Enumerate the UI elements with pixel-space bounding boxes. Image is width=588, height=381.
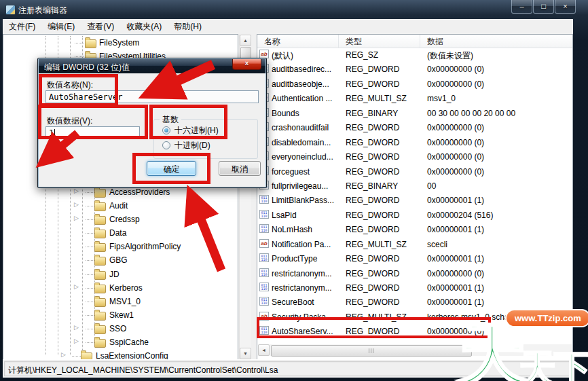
value-name: auditbasedirec...	[272, 65, 339, 74]
menu-item[interactable]: 查看(V)	[81, 19, 120, 34]
value-type: REG_DWORD	[346, 138, 424, 147]
tree-item-label: AccessProviders	[109, 187, 170, 197]
registry-value-row[interactable]: everyoneinclud... REG_DWORD 0x00000000 (…	[257, 149, 572, 164]
folder-icon	[94, 298, 106, 307]
value-type: REG_DWORD	[346, 167, 424, 177]
tree-item[interactable]: Audit	[3, 199, 238, 213]
tree-item[interactable]: SSO	[3, 322, 238, 335]
scroll-left-icon[interactable]: ◄	[258, 344, 270, 356]
watermark-site-badge: www.TTzip.com	[505, 309, 588, 327]
folder-icon	[94, 216, 106, 225]
list-header: 名称类型数据	[257, 35, 572, 48]
value-name: Authentication ...	[272, 94, 339, 103]
tree-item[interactable]: SspiCache	[3, 335, 238, 349]
column-header[interactable]: 类型	[339, 35, 420, 48]
registry-value-row[interactable]: restrictanonym... REG_DWORD 0x00000000 (…	[257, 266, 572, 280]
registry-value-row[interactable]: restrictanonym... REG_DWORD 0x00000001 (…	[257, 280, 572, 295]
value-data: 0x00000001 (1)	[427, 297, 571, 307]
value-data: 0x00000001 (1)	[427, 283, 571, 293]
menu-item[interactable]: 帮助(H)	[168, 19, 208, 34]
tree-item[interactable]: FipsAlgorithmPolicy	[3, 240, 238, 253]
tree-item-label: FileSystem	[99, 38, 139, 48]
maximize-button[interactable]: □	[533, 0, 554, 14]
tree-item[interactable]: GBG	[3, 253, 238, 267]
registry-value-row[interactable]: LimitBlankPass... REG_DWORD 0x00000001 (…	[257, 193, 572, 207]
registry-value-row[interactable]: auditbasedirec... REG_DWORD 0x00000000 (…	[257, 62, 572, 76]
radio-decimal[interactable]: 十进制(D)	[162, 141, 210, 150]
value-name: crashonauditfail	[272, 123, 339, 132]
tree-item-label: MSV1_0	[109, 297, 141, 306]
value-data: 0x00000000 (0)	[427, 138, 571, 147]
tree-item[interactable]: MSV1_0	[3, 295, 238, 308]
expander-icon[interactable]	[74, 325, 79, 331]
value-name: everyoneinclud...	[272, 152, 339, 162]
value-type: REG_DWORD	[346, 254, 424, 264]
value-data: 0x00000000 (0)	[427, 167, 571, 177]
value-data: msv1_0	[427, 94, 571, 103]
registry-value-row[interactable]: disabledomain... REG_DWORD 0x00000000 (0…	[257, 135, 572, 149]
annotation-box-base-hex	[149, 105, 227, 139]
tree-item-label: Kerberos	[109, 283, 143, 293]
expander-icon[interactable]	[61, 352, 66, 358]
radio-unselected-icon[interactable]	[162, 141, 170, 149]
registry-value-row[interactable]: Bounds REG_BINARY 00 30 00 00 00 20 00 0…	[257, 106, 572, 120]
value-data: 00	[427, 181, 571, 191]
tree-item[interactable]: Credssp	[3, 213, 238, 226]
tree-item-label: SspiCache	[109, 338, 149, 347]
dialog-close-button[interactable]: ×	[232, 59, 261, 70]
dialog-title[interactable]: 编辑 DWORD (32 位)值	[39, 59, 265, 73]
registry-value-row[interactable]: Notification Pa... REG_MULTI_SZ scecli	[257, 237, 572, 251]
scroll-up-icon[interactable]: ▲	[240, 35, 251, 46]
value-type: REG_DWORD	[346, 283, 424, 293]
tree-item[interactable]: JD	[3, 268, 238, 281]
scroll-down-icon[interactable]: ▼	[240, 348, 251, 359]
menu-item[interactable]: 文件(F)	[3, 19, 41, 34]
tree-item-label: SSO	[109, 324, 126, 333]
value-type: REG_MULTI_SZ	[346, 94, 424, 103]
column-header[interactable]: 名称	[257, 35, 339, 48]
menu-item[interactable]: 编辑(E)	[41, 19, 81, 34]
value-type: REG_BINARY	[346, 109, 424, 118]
registry-value-row[interactable]: fullprivilegeau... REG_BINARY 00	[257, 179, 572, 193]
horizontal-scrollbar-thumb[interactable]	[271, 345, 472, 357]
tree-item[interactable]: Data	[3, 226, 238, 240]
annotation-box-value-name	[39, 74, 118, 107]
column-header[interactable]: 数据	[420, 35, 572, 48]
registry-value-row[interactable]: Authentication ... REG_MULTI_SZ msv1_0	[257, 91, 572, 105]
folder-icon	[94, 230, 106, 238]
close-button[interactable]: ×	[555, 0, 576, 14]
value-name: (默认)	[272, 50, 339, 62]
tree-item-label: Credssp	[109, 215, 140, 224]
expander-icon[interactable]	[74, 338, 79, 344]
tree-item[interactable]: Skew1	[3, 308, 238, 322]
folder-icon	[94, 325, 106, 334]
registry-value-row[interactable]: auditbaseobje... REG_DWORD 0x00000000 (0…	[257, 77, 572, 91]
watermark-logo-text: 天下载	[519, 350, 588, 381]
value-type-icon	[259, 224, 269, 233]
menu-item[interactable]: 收藏夹(A)	[120, 19, 168, 34]
expander-icon[interactable]	[74, 188, 79, 194]
cancel-button[interactable]: 取消	[219, 161, 261, 176]
registry-value-row[interactable]: (默认) REG_SZ (数值未设置)	[257, 48, 572, 62]
expander-icon[interactable]	[74, 215, 79, 221]
registry-value-row[interactable]: crashonauditfail REG_DWORD 0x00000000 (0…	[257, 120, 572, 134]
tree-item[interactable]: LsaExtensionConfig	[3, 349, 238, 360]
registry-value-row[interactable]: NoLmHash REG_DWORD 0x00000001 (1)	[257, 222, 572, 236]
minimize-button[interactable]: –	[511, 0, 532, 14]
value-data: 00 30 00 00 00 20 00 00	[427, 109, 571, 118]
value-data: 0x00000000 (0)	[427, 79, 571, 89]
expander-icon[interactable]	[74, 284, 79, 290]
value-type: REG_DWORD	[346, 196, 424, 205]
value-data: 0x00000000 (0)	[427, 269, 571, 278]
tree-item[interactable]: Kerberos	[3, 281, 238, 295]
folder-icon	[94, 339, 106, 348]
expander-icon[interactable]	[74, 202, 79, 208]
titlebar[interactable]: 注册表编辑器 – □ ×	[0, 0, 588, 19]
value-name: restrictanonym...	[272, 269, 339, 278]
registry-value-row[interactable]: forceguest REG_DWORD 0x00000000 (0)	[257, 164, 572, 179]
value-type-icon	[259, 297, 269, 306]
registry-value-row[interactable]: ProductType REG_DWORD 0x00000001 (1)	[257, 251, 572, 266]
tree-item[interactable]: FileSystem	[3, 36, 238, 50]
registry-value-row[interactable]: LsaPid REG_DWORD 0x00000204 (516)	[257, 208, 572, 222]
tree-item-label: JD	[109, 270, 120, 279]
